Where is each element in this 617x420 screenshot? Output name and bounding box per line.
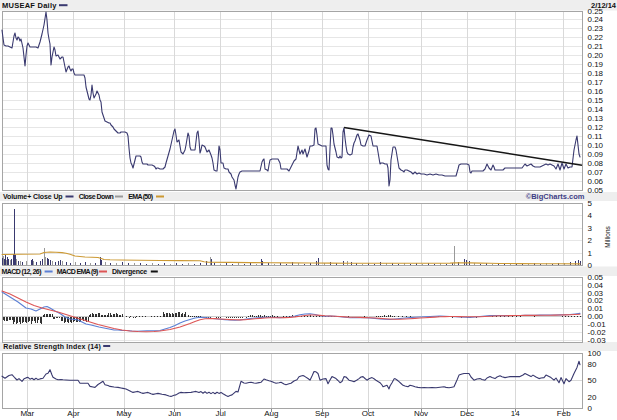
svg-text:MUSEAF Daily: MUSEAF Daily	[2, 1, 57, 10]
svg-text:0.09: 0.09	[588, 150, 604, 159]
svg-text:3: 3	[588, 224, 593, 233]
svg-text:Volume+ Close Up: Volume+ Close Up	[3, 193, 63, 201]
svg-text:0.16: 0.16	[588, 87, 604, 96]
svg-text:Apr: Apr	[67, 409, 80, 418]
svg-text:Aug: Aug	[264, 409, 278, 418]
svg-text:0.05: 0.05	[588, 186, 604, 195]
svg-text:Feb: Feb	[557, 409, 571, 418]
svg-text:2: 2	[588, 236, 593, 245]
svg-text:MACD EMA (9): MACD EMA (9)	[57, 268, 98, 276]
svg-text:0.15: 0.15	[588, 96, 604, 105]
svg-text:Close Down: Close Down	[79, 193, 114, 200]
svg-text:0: 0	[588, 404, 593, 413]
svg-text:EMA (50): EMA (50)	[128, 193, 152, 201]
svg-text:0.23: 0.23	[588, 24, 604, 33]
svg-text:0.07: 0.07	[588, 168, 604, 177]
svg-text:Nov: Nov	[414, 409, 428, 418]
svg-text:-0.01: -0.01	[588, 320, 607, 329]
svg-text:Divergence: Divergence	[112, 268, 147, 276]
svg-text:0.11: 0.11	[588, 132, 604, 141]
svg-text:0.02: 0.02	[588, 296, 604, 305]
svg-text:Jun: Jun	[168, 409, 181, 418]
svg-text:0.22: 0.22	[588, 33, 604, 42]
svg-text:Millions: Millions	[604, 225, 611, 247]
svg-text:0.01: 0.01	[588, 304, 604, 313]
svg-text:20: 20	[588, 393, 597, 402]
svg-text:-0.03: -0.03	[588, 336, 607, 345]
svg-text:0.21: 0.21	[588, 42, 604, 51]
svg-text:-0.02: -0.02	[588, 328, 607, 337]
svg-text:0.08: 0.08	[588, 159, 604, 168]
svg-text:50: 50	[588, 376, 597, 385]
svg-text:0.03: 0.03	[588, 289, 604, 298]
svg-text:0.06: 0.06	[588, 177, 604, 186]
svg-text:0.04: 0.04	[588, 281, 604, 290]
svg-text:0.17: 0.17	[588, 78, 604, 87]
svg-text:0.10: 0.10	[588, 141, 604, 150]
svg-text:Dec: Dec	[460, 409, 474, 418]
svg-text:0.14: 0.14	[588, 105, 604, 114]
svg-text:0.13: 0.13	[588, 114, 604, 123]
svg-text:80: 80	[588, 360, 597, 369]
svg-text:0.18: 0.18	[588, 69, 604, 78]
svg-text:0.20: 0.20	[588, 51, 604, 60]
svg-text:0.24: 0.24	[588, 15, 604, 24]
svg-text:May: May	[116, 409, 131, 418]
svg-text:5: 5	[588, 199, 593, 208]
svg-text:0.00: 0.00	[588, 312, 604, 321]
svg-text:14: 14	[511, 409, 520, 418]
svg-text:100: 100	[588, 349, 602, 358]
svg-text:©BigCharts.com: ©BigCharts.com	[526, 192, 585, 201]
svg-text:Jul: Jul	[216, 409, 226, 418]
svg-text:MACD (12, 26): MACD (12, 26)	[2, 268, 42, 276]
svg-text:2/12/14: 2/12/14	[591, 1, 617, 10]
svg-text:Relative Strength Index (14): Relative Strength Index (14)	[3, 343, 101, 351]
svg-text:Sep: Sep	[315, 409, 330, 418]
svg-text:0: 0	[588, 261, 593, 270]
svg-text:0.05: 0.05	[588, 273, 604, 282]
svg-text:Mar: Mar	[20, 409, 34, 418]
svg-text:0.12: 0.12	[588, 123, 604, 132]
svg-text:1: 1	[588, 249, 593, 258]
svg-text:0.19: 0.19	[588, 60, 604, 69]
svg-text:Oct: Oct	[362, 409, 375, 418]
svg-text:4: 4	[588, 211, 593, 220]
